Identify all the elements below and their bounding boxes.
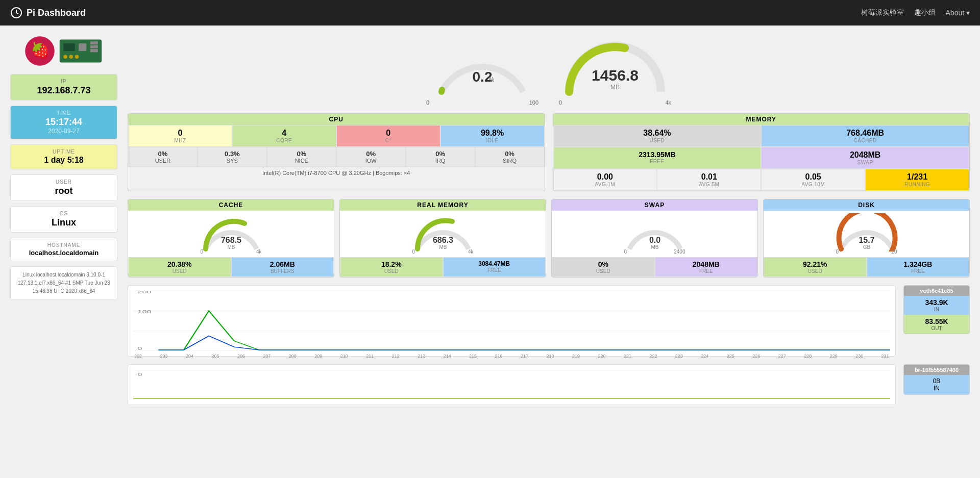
- real-mem-free-cell: 3084.47MB FREE: [443, 257, 546, 277]
- real-mem-used-cell: 18.2% USED: [340, 257, 443, 277]
- sidebar: 🍓 IP 192.168.7.73 TIME 15:17:44 2020-0: [10, 36, 117, 405]
- swap-free-val: 2048MB: [658, 260, 755, 268]
- cpu-core-value: 4: [237, 129, 332, 138]
- real-memory-header: REAL MEMORY: [340, 199, 546, 211]
- network-chart-2: 0: [128, 364, 896, 405]
- cpu-nice-val: 0%: [268, 150, 335, 158]
- swap-free-cell: 2048MB FREE: [655, 257, 758, 277]
- cpu-mhz-value: 0: [133, 129, 228, 138]
- mem-swap-label: SWAP: [766, 160, 965, 165]
- swap-gauge-min: 0: [624, 249, 627, 255]
- uptime-value: 1 day 5:18: [16, 156, 112, 165]
- swap-gauge-max: 2400: [674, 249, 685, 255]
- mem-free-cell: 2313.95MB FREE: [553, 147, 762, 169]
- user-value: root: [16, 186, 112, 196]
- brand: Pi Dashboard: [10, 7, 86, 19]
- swap-gauge-content: 0.0 MB 0 2400: [552, 211, 757, 257]
- cpu-core-label: CORE: [237, 138, 332, 143]
- swap-cells: 0% USED 2048MB FREE: [552, 257, 757, 277]
- user-label: USER: [16, 179, 112, 185]
- disk-cells: 92.21% USED 1.324GB FREE: [764, 257, 969, 277]
- mem-cached-cell: 768.46MB CACHED: [761, 125, 969, 147]
- cache-panel: CACHE 768.5 MB 0 4k 20.38%: [128, 199, 334, 278]
- cpu-user-lbl: USER: [130, 158, 196, 164]
- cpu-idle-cell: 99.8% IDLE: [440, 125, 545, 147]
- network-chart-1: 200 100 0 202203204 205206207 208209210 …: [128, 285, 896, 357]
- gauges-row: 0.2 % 0 100 1456.8 MB: [128, 36, 970, 106]
- mem-free-value: 2313.95MB: [558, 150, 757, 159]
- navbar-right: 树莓派实验室 趣小组 About ▾: [861, 8, 970, 17]
- real-mem-gauge-min: 0: [412, 249, 415, 255]
- mem-cached-value: 768.46MB: [766, 129, 965, 138]
- disk-used-val: 92.21%: [767, 260, 864, 268]
- memory-gauge-svg: 1456.8 MB: [559, 36, 671, 97]
- brand-title: Pi Dashboard: [27, 8, 86, 18]
- svg-text:200: 200: [137, 291, 151, 294]
- cpu-gauge: 0.2 % 0 100: [421, 36, 544, 106]
- svg-text:100: 100: [137, 309, 151, 315]
- svg-text:1456.8: 1456.8: [592, 67, 639, 84]
- mem-avg10-label: AVG.10M: [766, 182, 861, 187]
- mem-avg1-label: AVG.1M: [558, 182, 653, 187]
- real-memory-gauge-content: 686.3 MB 0 4k: [340, 211, 546, 257]
- raspberry-icon: 🍓: [24, 36, 55, 66]
- nav-about[interactable]: About ▾: [946, 9, 970, 17]
- nav-link-lab[interactable]: 树莓派实验室: [861, 8, 904, 17]
- cpu-iow-cell: 0% IOW: [336, 147, 406, 167]
- cpu-info-row: Intel(R) Core(TM) i7-8700 CPU @ 3.20GHz …: [128, 167, 545, 179]
- swap-panel: SWAP 0.0 MB 0 2400 0%: [551, 199, 758, 278]
- cpu-nice-lbl: NICE: [268, 158, 335, 164]
- cache-used-cell: 20.38% USED: [128, 257, 231, 277]
- cpu-sys-lbl: SYS: [199, 158, 265, 164]
- cpu-temp-value: 0: [341, 129, 436, 138]
- hostname-label: HOSTNAME: [16, 242, 112, 248]
- os-value: Linux: [16, 217, 112, 228]
- real-mem-used-val: 18.2%: [343, 260, 440, 268]
- mem-running-label: RUNNING: [870, 182, 965, 187]
- net-card-1-in-val: 343.9K: [906, 298, 967, 307]
- os-card: OS Linux: [10, 206, 117, 233]
- mem-row2: 2313.95MB FREE 2048MB SWAP: [553, 147, 970, 169]
- cpu-temp-label: C°: [341, 138, 436, 143]
- swap-header: SWAP: [552, 199, 757, 211]
- nav-link-fun[interactable]: 趣小组: [914, 8, 936, 17]
- cache-used-val: 20.38%: [131, 260, 228, 268]
- svg-rect-4: [63, 43, 75, 51]
- ip-value: 192.168.7.73: [16, 85, 112, 96]
- mem-avg5-value: 0.01: [662, 172, 756, 182]
- mem-running-cell: 1/231 RUNNING: [865, 169, 969, 191]
- disk-free-cell: 1.324GB FREE: [867, 257, 970, 277]
- disk-used-lbl: USED: [767, 268, 864, 274]
- cpu-gauge-svg: 0.2 %: [431, 36, 533, 97]
- net-card-1-in-lbl: IN: [906, 307, 967, 312]
- cpu-user-val: 0%: [130, 150, 196, 158]
- svg-rect-5: [79, 43, 86, 51]
- mem-avg5-label: AVG.5M: [662, 182, 756, 187]
- svg-rect-6: [90, 41, 97, 44]
- net-card-2-in: 0B IN: [904, 375, 969, 394]
- network-chart-1-svg: 200 100 0: [133, 291, 890, 351]
- cpu-sirq-val: 0%: [477, 150, 543, 158]
- cpu-user-cell: 0% USER: [128, 147, 198, 167]
- net-card-1: veth6c41e85 343.9K IN 83.55K OUT: [903, 285, 970, 334]
- cpu-sys-cell: 0.3% SYS: [198, 147, 267, 167]
- kernel-info: Linux localhost.localdomain 3.10.0-1 127…: [10, 266, 117, 300]
- cache-buf-cell: 2.06MB BUFFERS: [231, 257, 334, 277]
- net-card-2-in-lbl: IN: [906, 385, 967, 392]
- os-label: OS: [16, 211, 112, 216]
- disk-gauge-min: 0: [836, 249, 839, 255]
- cache-header: CACHE: [128, 199, 334, 211]
- mem-cached-label: CACHED: [766, 138, 965, 143]
- real-mem-cells: 18.2% USED 3084.47MB FREE: [340, 257, 546, 277]
- real-memory-gauge-svg: 686.3 MB: [410, 213, 476, 251]
- mem-avg1-value: 0.00: [558, 172, 653, 182]
- svg-text:0: 0: [137, 371, 142, 377]
- memory-panel-header: MEMORY: [553, 114, 970, 125]
- svg-text:686.3: 686.3: [432, 236, 453, 244]
- mem-avg10-cell: 0.05 AVG.10M: [761, 169, 865, 191]
- user-card: USER root: [10, 174, 117, 201]
- cpu-core-cell: 4 CORE: [232, 125, 336, 147]
- svg-point-10: [69, 55, 73, 59]
- cache-buf-lbl: BUFFERS: [234, 268, 331, 274]
- swap-used-cell: 0% USED: [552, 257, 655, 277]
